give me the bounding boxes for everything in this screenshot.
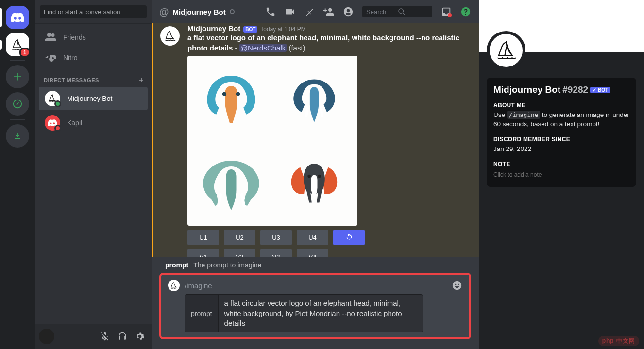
explore-servers-button[interactable] — [6, 92, 29, 116]
conversation-search-input[interactable]: Find or start a conversation — [40, 5, 147, 18]
deafen-button[interactable] — [115, 329, 130, 344]
svg-point-1 — [222, 92, 226, 96]
chat-header: @ Midjourney Bot Search — [152, 0, 479, 23]
dm-header-label: DIRECT MESSAGES — [44, 77, 99, 83]
download-icon — [13, 131, 22, 141]
friends-nav[interactable]: Friends — [39, 28, 148, 47]
svg-point-2 — [236, 92, 239, 96]
download-apps-button[interactable] — [6, 124, 29, 148]
variation-3-button[interactable]: V3 — [260, 249, 292, 257]
command-param-box[interactable]: prompt a flat circular vector logo of an… — [185, 294, 423, 332]
rail-separator — [10, 119, 25, 120]
upscale-1-button[interactable]: U1 — [187, 230, 219, 245]
discord-home-button[interactable] — [6, 6, 29, 29]
chat-main: @ Midjourney Bot Search — [152, 0, 479, 349]
start-video-call-button[interactable] — [285, 6, 295, 17]
upscale-button-row: U1 U2 U3 U4 — [187, 230, 471, 245]
elephant-icon — [195, 146, 268, 219]
param-value-input[interactable]: a flat circular vector logo of an elepha… — [219, 295, 423, 332]
server-rail: 1 — [0, 0, 35, 349]
friends-icon — [45, 32, 56, 43]
user-settings-button[interactable] — [132, 329, 148, 344]
dm-item-label: Midjourney Bot — [67, 95, 112, 102]
header-search-input[interactable]: Search — [362, 6, 432, 17]
sailboat-icon — [169, 281, 178, 290]
message-item: Midjourney Bot BOT Today at 1:04 PM a fl… — [152, 23, 479, 257]
status-online-icon — [54, 100, 61, 107]
variation-1-button[interactable]: V1 — [187, 249, 219, 257]
svg-point-4 — [318, 174, 321, 178]
elephant-icon — [283, 68, 346, 131]
note-input[interactable] — [493, 169, 629, 180]
message-username[interactable]: Midjourney Bot — [187, 24, 240, 33]
message-input[interactable]: /imagine prompt a flat circular vector l… — [159, 273, 471, 339]
upscale-3-button[interactable]: U3 — [260, 230, 292, 245]
compass-icon — [12, 99, 23, 109]
message-list[interactable]: Midjourney Bot BOT Today at 1:04 PM a fl… — [152, 23, 479, 257]
user-footer — [35, 324, 152, 349]
upscale-4-button[interactable]: U4 — [297, 230, 328, 245]
svg-point-6 — [455, 284, 456, 285]
add-friends-to-dm-button[interactable] — [323, 6, 334, 17]
video-icon — [285, 6, 295, 17]
profile-info-card: Midjourney Bot#9282 ✓ BOT ABOUT ME Use /… — [487, 78, 636, 187]
server-midjourney[interactable]: 1 — [6, 33, 29, 56]
autocomplete-hint: prompt The prompt to imagine — [159, 257, 471, 273]
refresh-icon — [345, 233, 354, 242]
param-name: prompt — [185, 295, 219, 332]
pin-icon — [304, 6, 315, 17]
mute-mic-button[interactable] — [97, 329, 113, 344]
profile-username: Midjourney Bot — [493, 84, 560, 95]
member-since-value: Jan 29, 2022 — [493, 145, 629, 154]
user-profile-button[interactable] — [343, 6, 354, 17]
command-app-avatar — [168, 280, 180, 291]
dm-item-midjourney[interactable]: Midjourney Bot — [39, 87, 148, 110]
svg-point-7 — [458, 284, 459, 285]
dm-item-kapil[interactable]: Kapil — [39, 111, 148, 134]
sailboat-icon — [494, 38, 518, 63]
unread-badge: 1 — [19, 48, 30, 57]
variation-button-row: V1 V2 V3 V4 — [187, 249, 471, 257]
variation-2-button[interactable]: V2 — [224, 249, 255, 257]
message-input-area: prompt The prompt to imagine /imagine pr… — [152, 257, 479, 349]
profile-avatar[interactable] — [487, 31, 525, 70]
headphones-icon — [118, 332, 127, 341]
generated-image-grid[interactable] — [187, 56, 357, 226]
upscale-2-button[interactable]: U2 — [224, 230, 255, 245]
user-mention[interactable]: @NerdsChalk — [239, 44, 287, 52]
message-avatar[interactable] — [160, 26, 180, 46]
profile-icon — [343, 6, 354, 17]
chat-title: Midjourney Bot — [173, 8, 226, 16]
friends-label: Friends — [63, 33, 86, 41]
discord-logo-icon — [11, 13, 24, 22]
sailboat-icon — [163, 29, 177, 43]
smiley-icon — [452, 280, 462, 291]
variation-4-button[interactable]: V4 — [297, 249, 328, 257]
about-me-header: ABOUT ME — [493, 102, 629, 109]
nitro-nav[interactable]: Nitro — [39, 48, 148, 67]
mic-muted-icon — [100, 332, 110, 341]
inbox-button[interactable] — [441, 6, 452, 17]
add-server-button[interactable] — [6, 65, 29, 88]
user-profile-panel: Midjourney Bot#9282 ✓ BOT ABOUT ME Use /… — [479, 0, 644, 349]
watermark: php 中文网 — [598, 336, 639, 346]
phone-icon — [265, 6, 276, 17]
pinned-messages-button[interactable] — [304, 6, 315, 17]
message-content: a flat vector logo of an elephant head, … — [187, 33, 471, 53]
note-header: NOTE — [493, 161, 629, 167]
emoji-picker-button[interactable] — [452, 280, 462, 291]
status-dnd-icon — [54, 125, 61, 132]
create-dm-button[interactable]: + — [139, 76, 144, 84]
reroll-button[interactable] — [333, 230, 365, 245]
help-button[interactable] — [460, 6, 471, 17]
gear-icon — [135, 332, 145, 341]
elephant-icon — [197, 66, 265, 133]
self-avatar[interactable] — [39, 329, 54, 344]
at-icon: @ — [159, 6, 169, 17]
bot-tag: BOT — [243, 26, 257, 33]
profile-discriminator: #9282 — [562, 84, 588, 95]
nitro-icon — [45, 52, 56, 64]
search-icon — [398, 8, 406, 16]
message-timestamp: Today at 1:04 PM — [260, 26, 305, 33]
start-voice-call-button[interactable] — [265, 6, 276, 17]
